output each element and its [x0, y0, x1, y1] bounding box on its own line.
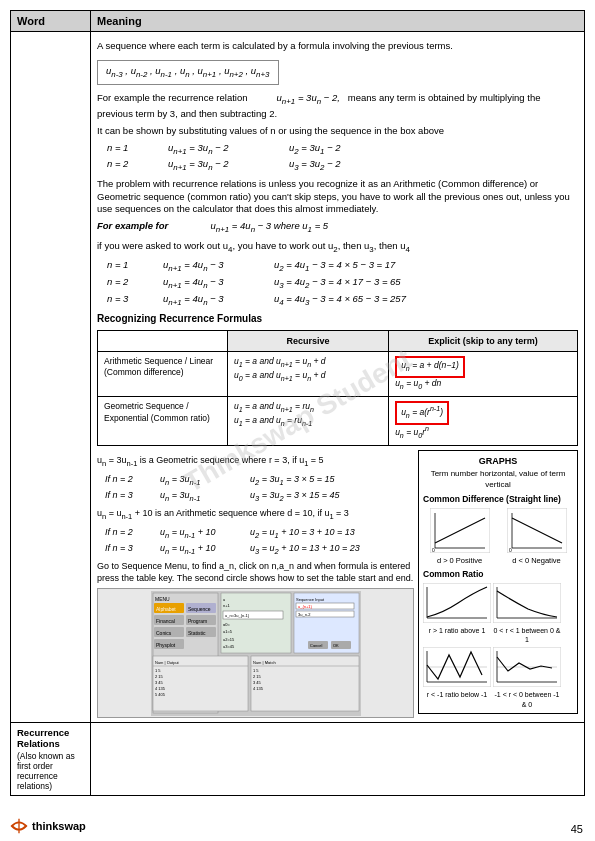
thinkswap-logo-icon [10, 817, 28, 835]
arith-if2-row: If n = 2 un = un-1 + 10 u2 = u1 + 10 = 3… [105, 526, 414, 541]
r-lt-1-label: r < -1 ratio below -1 [423, 690, 491, 699]
svg-text:4     135: 4 135 [155, 686, 166, 691]
arith-if3-formula: un = un-1 + 10 [160, 542, 250, 557]
arith-if3-label: If n = 3 [105, 542, 160, 557]
geo-explicit-highlight: un = a(rn-1) [395, 401, 449, 425]
arith-if3-row: If n = 3 un = un-1 + 10 u3 = u2 + 10 = 1… [105, 542, 414, 557]
rec-th-empty [98, 330, 228, 351]
common-ratio-label: Common Ratio [423, 569, 573, 580]
arith-if3-result: u3 = u2 + 10 = 13 + 10 = 23 [250, 542, 414, 557]
r-gt1-svg [423, 583, 491, 623]
example2-rows: n = 1 un+1 = 4un − 3 u2 = 4u1 − 3 = 4 × … [107, 259, 578, 308]
geo-if2-formula: un = 3un-1 [160, 473, 250, 488]
svg-text:u_n=3u_{n-1}: u_n=3u_{n-1} [225, 613, 250, 618]
substituting-text: It can be shown by substituting values o… [97, 125, 578, 138]
calculator-screenshot: MENU Alphabet Sequence Financal Program [97, 588, 414, 718]
ex2-n2-row: n = 2 un+1 = 4un − 3 u3 = 4u2 − 3 = 4 × … [107, 276, 578, 292]
common-diff-label: Common Difference (Straight line) [423, 494, 573, 505]
svg-text:Cancel: Cancel [310, 643, 323, 648]
intro-row: A sequence where each term is calculated… [11, 32, 585, 723]
r-lt-1-svg [423, 647, 491, 687]
r-gt1-label: r > 1 ratio above 1 [423, 626, 491, 635]
intro-meaning: A sequence where each term is calculated… [91, 32, 585, 723]
bottom-section: un = 3un-1 is a Geometric sequence where… [97, 450, 578, 718]
example-para: For example the recurrence relation un+1… [97, 92, 578, 120]
svg-text:Financal: Financal [156, 618, 175, 624]
geo-rec-1: u1 = a and un+1 = run [234, 401, 382, 415]
geo-if3-row: If n = 3 un = 3un-1 u3 = 3u2 = 3 × 15 = … [105, 489, 414, 504]
r-gt1-container: r > 1 ratio above 1 [423, 583, 491, 645]
svg-rect-64 [493, 583, 561, 623]
r-neg-0to1-container: -1 < r < 0 between -1 & 0 [493, 647, 561, 709]
r-0to1-label: 0 < r < 1 between 0 & 1 [493, 626, 561, 645]
ex2-n3-formula: un+1 = 4un − 3 [163, 293, 273, 309]
n1-result: u2 = 3u1 − 2 [289, 142, 409, 158]
arith-rec-row: Arithmetic Sequence / Linear (Common dif… [98, 351, 578, 396]
svg-text:4     135: 4 135 [253, 686, 264, 691]
goto-text: Go to Sequence Menu, to find a_n, click … [97, 560, 414, 584]
intro-text: A sequence where each term is calculated… [97, 40, 578, 53]
n1-label: n = 1 [107, 142, 167, 158]
svg-text:5     405: 5 405 [155, 692, 166, 697]
geo-label: Geometric Sequence / Exponential (Common… [98, 397, 228, 446]
geo-rec-2: u1 = a and un = run-1 [234, 415, 382, 429]
asked-text: if you were asked to work out u4, you ha… [97, 240, 578, 256]
svg-text:OK: OK [333, 643, 339, 648]
r-lt-1-container: r < -1 ratio below -1 [423, 647, 491, 709]
recurrence-meaning-cell [91, 723, 585, 796]
svg-text:u_{n+1}: u_{n+1} [298, 604, 313, 609]
svg-text:u3=45: u3=45 [223, 644, 235, 649]
svg-text:MENU: MENU [155, 596, 170, 602]
arith-explicit-highlight: un = a + d(n−1) [395, 356, 465, 378]
geo-rec-row: Geometric Sequence / Exponential (Common… [98, 397, 578, 446]
r-0to1-container: 0 < r < 1 between 0 & 1 [493, 583, 561, 645]
graphs-subtitle: Term number horizontal, value of term ve… [423, 469, 573, 491]
n2-label: n = 2 [107, 158, 167, 174]
svg-text:1     5: 1 5 [253, 668, 259, 673]
svg-text:Physplot: Physplot [156, 642, 176, 648]
geo-if3-result: u3 = 3u2 = 3 × 15 = 45 [250, 489, 414, 504]
arith-example-rows: If n = 2 un = un-1 + 10 u2 = u1 + 10 = 3… [105, 526, 414, 557]
rec-header-row: Recursive Explicit (skip to any term) [98, 330, 578, 351]
svg-text:u1=5: u1=5 [223, 629, 233, 634]
word-empty [11, 32, 91, 723]
n1-formula: un+1 = 3un − 2 [168, 142, 288, 158]
arith-explicit: un = a + d(n−1) un = u0 + dn [389, 351, 578, 396]
ratio-graphs-2: r < -1 ratio below -1 [423, 647, 573, 709]
for-example-label: For example for [97, 220, 168, 231]
svg-text:0: 0 [509, 547, 512, 553]
header-word: Word [11, 11, 91, 32]
ex2-n2-result: u3 = 4u2 − 3 = 4 × 17 − 3 = 65 [274, 276, 578, 292]
svg-text:Sequence: Sequence [188, 606, 211, 612]
geo-if2-label: If n = 2 [105, 473, 160, 488]
svg-text:u: u [223, 597, 225, 602]
graphs-title: GRAPHS [423, 455, 573, 467]
n2-row: n = 2 un+1 = 3un − 2 u3 = 3u2 − 2 [107, 158, 578, 174]
pos-graph-svg: 0 [430, 508, 490, 553]
ex2-n1-row: n = 1 un+1 = 4un − 3 u2 = 4u1 − 3 = 4 × … [107, 259, 578, 275]
ex2-n3-result: u4 = 4u3 − 3 = 4 × 65 − 3 = 257 [274, 293, 578, 309]
ex2-n2-label: n = 2 [107, 276, 162, 292]
main-table: Word Meaning A sequence where each term … [10, 10, 585, 796]
ratio-graphs: r > 1 ratio above 1 [423, 583, 573, 645]
recurrence-row: Recurrence Relations (Also known as firs… [11, 723, 585, 796]
geo-if3-formula: un = 3un-1 [160, 489, 250, 504]
svg-text:1     5: 1 5 [155, 668, 161, 673]
svg-text:Sequence Input: Sequence Input [296, 597, 325, 602]
arith-rec-2: u0 = a and un+1 = un + d [234, 370, 382, 384]
arith-rec-1: u1 = a and un+1 = un + d [234, 356, 382, 370]
arith-if2-formula: un = un-1 + 10 [160, 526, 250, 541]
svg-text:3u_n-2: 3u_n-2 [298, 612, 311, 617]
arith-label: Arithmetic Sequence / Linear (Common dif… [98, 351, 228, 396]
pos-graph-container: 0 d > 0 Positive [423, 508, 496, 567]
svg-text:Alphabet: Alphabet [156, 606, 176, 612]
n2-result: u3 = 3u2 − 2 [289, 158, 409, 174]
svg-text:Num | Match: Num | Match [253, 660, 276, 665]
neg-label: d < 0 Negative [500, 556, 573, 566]
problem-text: The problem with recurrence relations is… [97, 178, 578, 216]
page: Thinkswap Student Word Meaning A sequenc… [0, 0, 595, 841]
arith-if2-result: u2 = u1 + 10 = 3 + 10 = 13 [250, 526, 414, 541]
r-0to1-svg [493, 583, 561, 623]
geo-if2-result: u2 = 3u1 = 3 × 5 = 15 [250, 473, 414, 488]
recurrence-also-label: (Also known as first order recurrence re… [17, 751, 84, 791]
